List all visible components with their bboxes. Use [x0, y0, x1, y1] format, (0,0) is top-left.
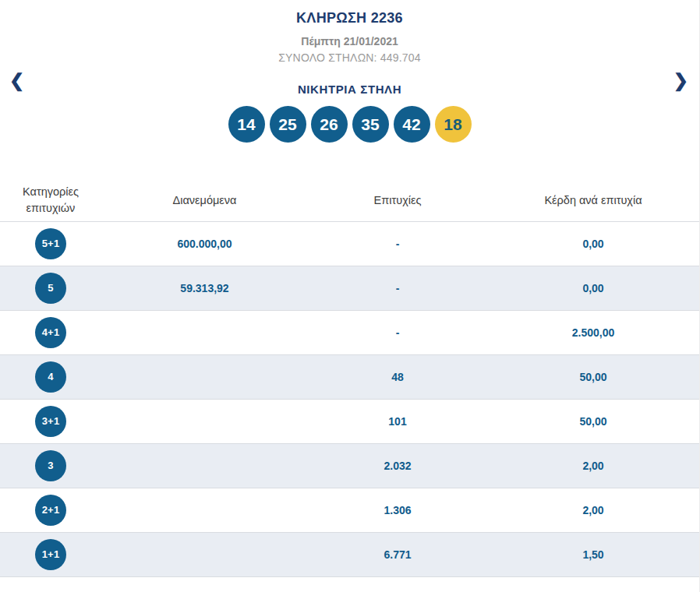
cell-prize: 50,00	[487, 399, 699, 443]
cell-winners: -	[308, 310, 487, 354]
category-badge: 3	[35, 450, 66, 481]
cell-distributed	[101, 488, 308, 532]
winning-number-ball: 35	[352, 106, 389, 143]
draw-date: Πέμπτη 21/01/2021	[0, 35, 699, 48]
category-badge: 1+1	[35, 539, 66, 570]
cell-winners: 48	[308, 354, 487, 399]
cell-distributed	[101, 354, 308, 399]
cell-winners: -	[308, 266, 487, 310]
winning-column-title: ΝΙΚΗΤΡΙΑ ΣΤΗΛΗ	[0, 83, 699, 96]
draw-header: ΚΛΗΡΩΣΗ 2236 Πέμπτη 21/01/2021 ΣΥΝΟΛΟ ΣΤ…	[0, 0, 699, 64]
cell-prize: 1,50	[487, 532, 699, 576]
draw-title: ΚΛΗΡΩΣΗ 2236	[0, 10, 699, 26]
cell-prize: 0,00	[487, 221, 699, 266]
category-badge: 3+1	[35, 406, 66, 437]
cell-winners: 1.306	[308, 488, 487, 532]
cell-prize: 50,00	[487, 354, 699, 399]
cell-prize: 2.500,00	[487, 310, 699, 354]
winning-number-ball: 42	[394, 106, 430, 143]
prize-table-row: 5+1 600.000,00 - 0,00	[0, 221, 699, 266]
cell-distributed	[101, 532, 308, 576]
header-prize: Κέρδη ανά επιτυχία	[487, 180, 699, 221]
header-distributed: Διανεμόμενα	[101, 180, 308, 221]
cell-winners: 101	[308, 399, 487, 443]
prize-table-row: 3+1 101 50,00	[0, 399, 699, 443]
joker-number-ball: 18	[435, 106, 472, 143]
cell-distributed	[101, 310, 308, 354]
cell-winners: 2.032	[308, 443, 487, 488]
category-badge: 5+1	[35, 228, 66, 259]
prize-table-row: 2+1 1.306 2,00	[0, 488, 699, 532]
prize-table-row: 3 2.032 2,00	[0, 443, 699, 488]
cell-winners: 6.771	[308, 532, 487, 576]
total-columns-value: 449.704	[380, 51, 421, 64]
category-badge: 4	[35, 361, 66, 393]
cell-winners: -	[308, 221, 487, 266]
category-badge: 5	[35, 273, 66, 304]
winning-numbers: 142526354218	[0, 106, 699, 143]
prize-table-row: 1+1 6.771 1,50	[0, 532, 699, 576]
joker-draw-results-page: ΚΛΗΡΩΣΗ 2236 Πέμπτη 21/01/2021 ΣΥΝΟΛΟ ΣΤ…	[0, 0, 700, 592]
category-badge: 4+1	[35, 317, 66, 348]
chevron-left-icon: ❮	[9, 70, 24, 90]
cell-prize: 2,00	[487, 443, 699, 488]
cell-prize: 0,00	[487, 266, 699, 310]
cell-distributed	[101, 399, 308, 443]
next-draw-button[interactable]: ❯	[670, 69, 691, 93]
winning-number-ball: 14	[228, 106, 265, 143]
cell-distributed	[101, 443, 308, 488]
total-columns-label: ΣΥΝΟΛΟ ΣΤΗΛΩΝ:	[278, 51, 377, 64]
prize-table-row: 4 48 50,00	[0, 354, 699, 399]
prize-table-row: 4+1 - 2.500,00	[0, 310, 699, 354]
category-badge: 2+1	[35, 495, 66, 526]
cell-distributed: 59.313,92	[101, 266, 308, 310]
chevron-right-icon: ❯	[673, 70, 688, 90]
cell-distributed: 600.000,00	[101, 221, 308, 266]
prize-table-row: 5 59.313,92 - 0,00	[0, 266, 699, 310]
prize-table-body: 5+1 600.000,00 - 0,00 5 59.313,92 - 0,00…	[0, 221, 699, 576]
cell-prize: 2,00	[487, 488, 699, 532]
header-winners: Επιτυχίες	[308, 180, 487, 221]
previous-draw-button[interactable]: ❮	[6, 69, 27, 93]
winning-number-ball: 26	[311, 106, 348, 143]
prize-table: Κατηγορίες επιτυχιών Διανεμόμενα Επιτυχί…	[0, 180, 699, 577]
total-columns: ΣΥΝΟΛΟ ΣΤΗΛΩΝ: 449.704	[0, 51, 699, 64]
winning-number-ball: 25	[270, 106, 306, 143]
header-categories: Κατηγορίες επιτυχιών	[0, 180, 101, 221]
prize-table-header-row: Κατηγορίες επιτυχιών Διανεμόμενα Επιτυχί…	[0, 180, 699, 221]
